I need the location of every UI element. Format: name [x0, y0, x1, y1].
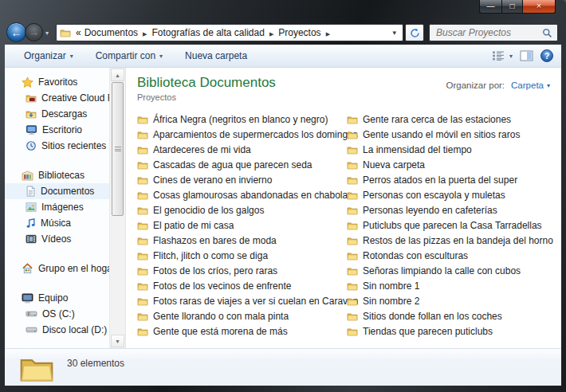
- folder-item[interactable]: Gente llorando o con mala pinta: [137, 308, 347, 323]
- breadcrumb-separator-icon[interactable]: ▶: [269, 31, 273, 37]
- folder-item[interactable]: Sitios donde follan en los coches: [347, 308, 558, 323]
- folder-item[interactable]: Gente usando el móvil en sitios raros: [347, 127, 558, 142]
- folder-icon: [347, 130, 358, 139]
- folder-icon: [347, 266, 358, 276]
- folder-item[interactable]: Flitch, jlitch o como se diga: [137, 248, 347, 263]
- nav-scrollbar[interactable]: ▲ ▼: [109, 68, 126, 348]
- sidebar-item-escritorio[interactable]: Escritorio: [5, 122, 109, 138]
- content-area: FavoritosCreative Cloud FilDescargasEscr…: [5, 68, 561, 348]
- folder-item[interactable]: Restos de las pizzas en la bandeja del h…: [347, 233, 558, 248]
- sidebar-section-bibliotecas[interactable]: Bibliotecas: [5, 167, 109, 183]
- folder-item[interactable]: Señoras limpiando la calle con cubos: [347, 263, 558, 278]
- scroll-up-icon[interactable]: ▲: [111, 69, 124, 81]
- breadcrumb-separator-icon[interactable]: ▶: [326, 31, 330, 37]
- back-button[interactable]: ←: [6, 22, 26, 42]
- address-dropdown-icon[interactable]: ▾: [389, 29, 399, 37]
- sidebar-item-creative-cloud-fil[interactable]: Creative Cloud Fil: [5, 90, 109, 106]
- back-arrow-icon: ←: [11, 26, 22, 39]
- folder-item[interactable]: Rotondas con esculturas: [347, 248, 558, 263]
- sidebar-item-os-c-[interactable]: OS (C:): [5, 306, 109, 322]
- breadcrumb-item[interactable]: Fotografías de alta calidad: [151, 27, 264, 38]
- folder-icon: [137, 206, 148, 215]
- folder-item[interactable]: Cines de verano en invierno: [137, 172, 347, 187]
- folder-item[interactable]: La inmensidad del tiempo: [347, 142, 558, 157]
- folder-icon: [137, 266, 148, 276]
- help-icon[interactable]: ?: [540, 49, 553, 62]
- explorer-window: —□× ← → ▾ « Documentos▶Fotografías de al…: [0, 0, 566, 392]
- scrollbar-thumb[interactable]: [112, 82, 124, 216]
- folder-name: Gente que está morena de más: [153, 326, 288, 337]
- folder-item[interactable]: Nueva carpeta: [347, 157, 558, 172]
- view-dropdown-icon[interactable]: ▾: [509, 53, 513, 60]
- sidebar-item-m-sica[interactable]: Música: [5, 215, 109, 231]
- folder-item[interactable]: El genocidio de los galgos: [137, 202, 347, 218]
- folder-item[interactable]: Cosas glamourosas abandonadas en chabola…: [137, 187, 347, 202]
- sidebar-item-sitios-recientes[interactable]: Sitios recientes: [5, 138, 109, 154]
- folder-icon: [347, 281, 358, 291]
- minimize-button[interactable]: —: [479, 0, 501, 14]
- nueva-carpeta-button[interactable]: Nueva carpeta: [185, 50, 247, 61]
- folder-name: Sin nombre 2: [363, 296, 419, 307]
- maximize-icon: □: [509, 2, 514, 10]
- sidebar-item-im-genes[interactable]: Imágenes: [5, 199, 109, 215]
- forward-arrow-icon: →: [29, 26, 39, 38]
- collapsed-breadcrumbs[interactable]: «: [76, 27, 81, 38]
- sidebar-item-documentos[interactable]: Documentos: [5, 183, 109, 199]
- folder-download-icon: [26, 109, 37, 119]
- folder-item[interactable]: Fotos raras de viajes a ver si cuelan en…: [137, 293, 347, 308]
- folder-item[interactable]: Tiendas que parecen puticlubs: [347, 323, 558, 339]
- change-view-icon[interactable]: [491, 50, 505, 61]
- folder-icon: [347, 327, 358, 336]
- sidebar-item-v-deos[interactable]: Vídeos: [5, 231, 109, 247]
- close-button[interactable]: ×: [523, 0, 556, 14]
- folder-item[interactable]: Personas leyendo en cafeterías: [347, 202, 558, 218]
- search-icon[interactable]: [542, 28, 552, 38]
- sidebar-item-descargas[interactable]: Descargas: [5, 106, 109, 122]
- breadcrumb-item[interactable]: Proyectos: [278, 27, 320, 38]
- sidebar-section-label: Favoritos: [38, 76, 77, 88]
- organize-by-dropdown[interactable]: Carpeta▾: [511, 80, 550, 90]
- folder-item[interactable]: Fotos de los vecinos de enfrente: [137, 278, 347, 293]
- title-bar[interactable]: —□×: [0, 0, 566, 22]
- refresh-button[interactable]: [405, 24, 424, 41]
- folder-item[interactable]: Sin nombre 1: [347, 278, 558, 293]
- preview-pane-icon[interactable]: [520, 50, 533, 61]
- breadcrumb-separator-icon[interactable]: ▶: [143, 31, 147, 37]
- folder-icon: [137, 160, 148, 170]
- sidebar-item-label: Imágenes: [41, 202, 84, 213]
- folder-item[interactable]: El patio de mi casa: [137, 218, 347, 233]
- maximize-button[interactable]: □: [501, 0, 523, 14]
- folder-item[interactable]: Cascadas de agua que parecen seda: [137, 157, 347, 172]
- folder-item[interactable]: Aparcamientos de supermercados los domin…: [137, 127, 347, 142]
- sidebar-section-grupo-en-el-hogar[interactable]: Grupo en el hogar: [5, 261, 109, 276]
- folder-name: Puticlubs que parecen la Casa Tarradella…: [363, 220, 542, 231]
- folder-item[interactable]: Personas con escayola y muletas: [347, 187, 558, 202]
- folder-name: Rotondas con esculturas: [363, 250, 468, 261]
- folder-item[interactable]: Sin nombre 2: [347, 293, 558, 308]
- folder-item[interactable]: Puticlubs que parecen la Casa Tarradella…: [347, 218, 558, 233]
- organizar-button[interactable]: Organizar▾: [24, 50, 73, 61]
- history-dropdown-icon[interactable]: ▾: [45, 29, 49, 37]
- folder-name: Perros atados en la puerta del super: [363, 174, 517, 186]
- sidebar-item-disco-local-d-[interactable]: Disco local (D:): [5, 322, 109, 338]
- folder-item[interactable]: Atardeceres de mi vida: [137, 142, 347, 157]
- folder-item[interactable]: Fotos de los críos, pero raras: [137, 263, 347, 278]
- scroll-down-icon[interactable]: ▼: [111, 335, 124, 347]
- folder-item[interactable]: Gente que está morena de más: [137, 323, 347, 339]
- folder-item[interactable]: África Negra (negritos en blanco y negro…: [137, 112, 347, 127]
- compartir-con-button[interactable]: Compartir con▾: [96, 50, 163, 61]
- folder-item[interactable]: Gente rara cerca de las estaciones: [347, 112, 558, 127]
- address-bar[interactable]: « Documentos▶Fotografías de alta calidad…: [56, 24, 403, 41]
- folder-item[interactable]: Perros atados en la puerta del super: [347, 172, 558, 187]
- folder-item[interactable]: Flashazos en bares de moda: [137, 233, 347, 248]
- forward-button[interactable]: →: [25, 23, 43, 41]
- sidebar-section-label: Grupo en el hogar: [38, 263, 109, 274]
- homegroup-icon: [22, 263, 33, 274]
- hdd-os-icon: [26, 309, 37, 319]
- sidebar-section-favoritos[interactable]: Favoritos: [5, 74, 109, 90]
- breadcrumb-item[interactable]: Documentos: [85, 27, 138, 38]
- sidebar-section-equipo[interactable]: Equipo: [5, 290, 109, 306]
- search-input[interactable]: [434, 26, 542, 39]
- folder-icon: [137, 251, 148, 261]
- folder-icon: [137, 130, 148, 139]
